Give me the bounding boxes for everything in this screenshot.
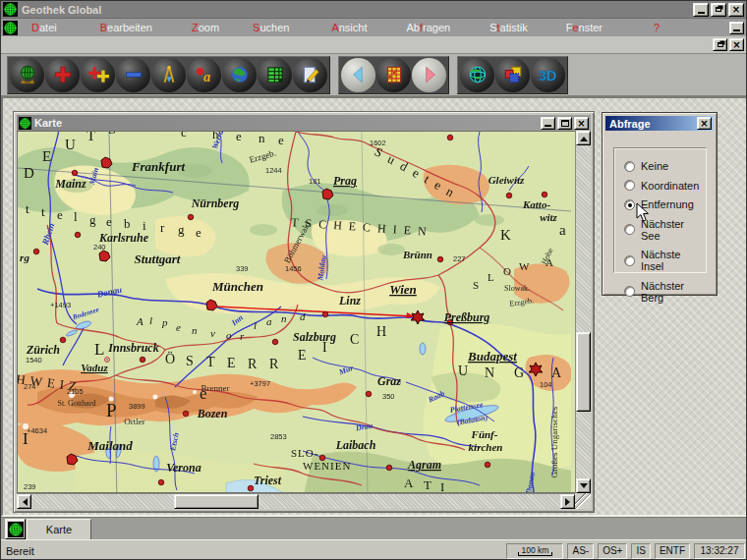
- zoom-out-button[interactable]: [116, 58, 150, 92]
- globe-button[interactable]: [10, 58, 44, 92]
- menu-bearbeiten[interactable]: Bearbeiten: [100, 22, 152, 33]
- radio-label: Nächste Insel: [641, 249, 706, 272]
- toolbar-group-map-tools: a: [7, 56, 330, 94]
- radio-label: Keine: [641, 160, 668, 172]
- app-title: Geothek Global: [22, 4, 693, 16]
- radio-circle[interactable]: [624, 224, 635, 235]
- tab-globe-icon[interactable]: [5, 519, 26, 539]
- toolbar-group-navigation: [338, 56, 449, 94]
- data-table-button[interactable]: [376, 58, 411, 92]
- table-button[interactable]: [258, 58, 292, 92]
- hscroll-thumb[interactable]: [174, 494, 259, 509]
- map-close-button[interactable]: ×: [574, 117, 589, 130]
- city-marker: [542, 192, 547, 197]
- child-close-button[interactable]: ×: [729, 38, 744, 51]
- query-dialog: Abfrage × KeineKoordinatenEntfernungNäch…: [602, 112, 718, 296]
- close-button[interactable]: ×: [728, 3, 744, 17]
- status-bar: Bereit 100 km AS-OS+ISENTF 13:32:27: [1, 539, 747, 560]
- view-3d-button[interactable]: 3D: [531, 58, 565, 92]
- radio-circle[interactable]: [624, 199, 635, 210]
- menu-?[interactable]: ?: [654, 22, 660, 33]
- city-marker: [386, 465, 392, 471]
- menu-ansicht[interactable]: Ansicht: [331, 22, 367, 33]
- city-marker: [99, 251, 110, 261]
- map-horizontal-scrollbar[interactable]: [17, 493, 575, 509]
- menu-fenster[interactable]: Fenster: [566, 22, 603, 33]
- map-canvas[interactable]: DEUTSchenettelgebirgeÖSTERREICHUNGAKaSLO…: [17, 131, 575, 493]
- status-flag-is: IS: [631, 543, 650, 559]
- city-marker: [319, 455, 325, 461]
- minimize-button[interactable]: [693, 3, 709, 17]
- scroll-right-button[interactable]: [560, 494, 575, 509]
- edit-button[interactable]: [293, 58, 327, 92]
- restore-button[interactable]: [711, 3, 726, 17]
- tab-karte[interactable]: Karte: [27, 519, 91, 539]
- map-maximize-button[interactable]: [557, 117, 572, 130]
- radio-option-koordinaten[interactable]: Koordinaten: [624, 180, 706, 192]
- map-window-title: Karte: [34, 117, 538, 129]
- scroll-up-button[interactable]: [576, 131, 591, 145]
- status-flag-entf: ENTF: [655, 543, 690, 559]
- main-titlebar: Geothek Global ×: [1, 1, 746, 19]
- radio-circle[interactable]: [624, 180, 635, 191]
- radio-option-entfernung[interactable]: Entfernung: [624, 198, 706, 210]
- radio-option-nächste-insel[interactable]: Nächste Insel: [624, 249, 706, 272]
- child-controls-row: ×: [1, 36, 746, 54]
- city-marker: [248, 485, 254, 491]
- city-marker: [188, 214, 194, 220]
- radio-circle[interactable]: [624, 286, 635, 297]
- app-globe-icon: [3, 2, 18, 17]
- status-ready-text: Bereit: [4, 545, 502, 557]
- zoom-in-plus-button[interactable]: [81, 58, 115, 92]
- scale-indicator: 100 km: [506, 543, 563, 559]
- radio-circle[interactable]: [624, 255, 635, 266]
- query-dialog-close-button[interactable]: ×: [697, 117, 712, 130]
- city-marker: [158, 479, 164, 485]
- scroll-down-button[interactable]: [576, 478, 591, 493]
- menu-statistik[interactable]: Statistik: [489, 22, 528, 33]
- application-window: Geothek Global × DateiBearbeitenZoomSuch…: [0, 0, 747, 560]
- radio-label: Nächster Berg: [641, 280, 706, 304]
- resize-grip[interactable]: [575, 493, 591, 509]
- query-dialog-titlebar[interactable]: Abfrage ×: [605, 116, 714, 131]
- vscroll-thumb[interactable]: [576, 332, 591, 412]
- city-marker: [72, 170, 78, 176]
- menu-datei[interactable]: Datei: [31, 22, 57, 33]
- globe-grid-button[interactable]: [460, 58, 494, 92]
- city-marker: [447, 319, 453, 325]
- menu-abfragen[interactable]: Abfragen: [406, 22, 450, 33]
- city-marker: [485, 462, 490, 468]
- mdi-client-area: Karte ×: [1, 96, 747, 517]
- map-window: Karte ×: [13, 111, 595, 513]
- radio-label: Entfernung: [641, 198, 694, 210]
- radio-label: Nächster See: [641, 218, 706, 242]
- menu-zoom[interactable]: Zoom: [192, 22, 219, 33]
- child-restore-button[interactable]: [713, 38, 727, 51]
- city-marker: [33, 249, 39, 254]
- world-button[interactable]: [222, 58, 257, 92]
- child-minimize-button[interactable]: [729, 22, 744, 34]
- zoom-in-button[interactable]: [45, 58, 80, 92]
- radio-option-keine[interactable]: Keine: [624, 160, 706, 172]
- measure-compass-button[interactable]: [151, 58, 186, 92]
- map-window-titlebar[interactable]: Karte ×: [17, 115, 591, 131]
- radio-circle[interactable]: [624, 161, 635, 172]
- scroll-left-button[interactable]: [17, 494, 31, 509]
- city-marker: [366, 391, 372, 397]
- city-marker: [67, 454, 78, 465]
- map-minimize-button[interactable]: [541, 117, 555, 130]
- city-marker: [101, 157, 112, 168]
- label-a-button[interactable]: a: [187, 58, 221, 92]
- radio-option-nächster-berg[interactable]: Nächster Berg: [624, 280, 706, 304]
- menu-suchen[interactable]: Suchen: [253, 22, 289, 33]
- document-globe-icon[interactable]: [3, 21, 18, 35]
- map-vertical-scrollbar[interactable]: [575, 131, 591, 493]
- layers-button[interactable]: [495, 58, 530, 92]
- map-window-globe-icon: [19, 117, 31, 130]
- radio-option-nächster-see[interactable]: Nächster See: [624, 218, 706, 242]
- back-button[interactable]: [341, 58, 375, 92]
- document-tab-bar: Karte: [1, 517, 747, 539]
- city-marker: [506, 193, 512, 198]
- forward-button[interactable]: [412, 58, 446, 92]
- city-marker: [272, 339, 278, 345]
